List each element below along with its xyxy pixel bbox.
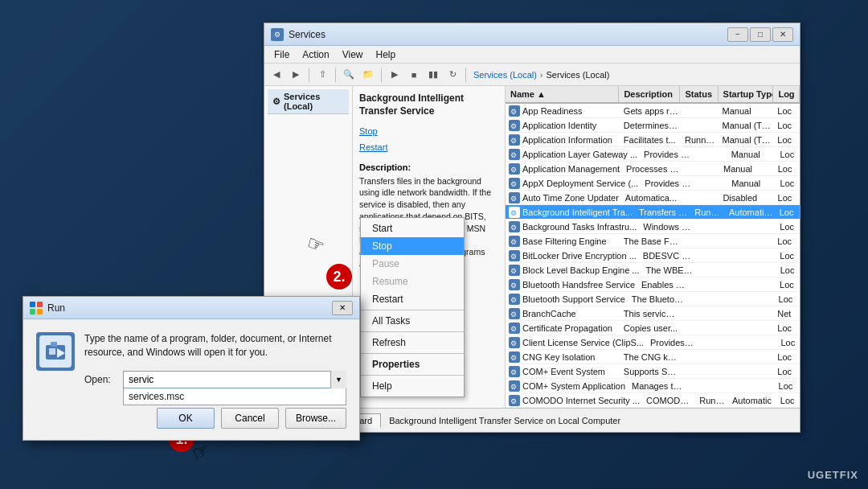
service-desc: Determines ... (620, 121, 682, 130)
context-menu-item-properties[interactable]: Properties (361, 355, 464, 373)
run-close-button[interactable]: ✕ (332, 301, 353, 315)
service-name: Application Management (522, 164, 620, 174)
service-desc: Provides inf... (641, 179, 695, 188)
service-row[interactable]: ⚙ Block Level Backup Engine ... The WBEN… (506, 263, 800, 277)
maximize-button[interactable]: □ (750, 27, 771, 42)
folder-button[interactable]: 📁 (359, 66, 377, 84)
service-desc: Provides su... (641, 150, 694, 159)
service-row[interactable]: ⚙ BranchCache This service ... Net (506, 306, 800, 321)
run-cancel-button[interactable]: Cancel (221, 408, 279, 429)
menu-action[interactable]: Action (296, 47, 335, 62)
autocomplete-dropdown: services.msc (123, 388, 346, 405)
restart-service-link[interactable]: Restart (359, 140, 498, 156)
service-row[interactable]: ⚙ CNG Key Isolation The CNG ke... Loc (506, 350, 800, 364)
context-menu-item-refresh[interactable]: Refresh (361, 334, 464, 351)
service-row[interactable]: ⚙ Background Tasks Infrastru... Windows … (506, 220, 800, 234)
run-ok-button[interactable]: OK (157, 408, 215, 429)
service-desc: Copies user... (620, 323, 682, 333)
service-row[interactable]: ⚙ COM+ Event System Supports Sy... Loc (506, 364, 800, 379)
service-row[interactable]: ⚙ Application Management Processes in...… (506, 162, 800, 176)
service-row[interactable]: ⚙ Background Intelligent Tra... Transfer… (506, 205, 800, 220)
autocomplete-item-0[interactable]: services.msc (124, 388, 346, 405)
restart-button[interactable]: ↻ (444, 66, 461, 84)
service-log: Loc (774, 367, 800, 376)
context-menu: StartStopPauseResumeRestartAll TasksRefr… (360, 217, 465, 397)
svg-text:⚙: ⚙ (510, 137, 517, 145)
service-startup: Manual (720, 164, 775, 174)
service-log: Loc (776, 222, 800, 232)
stop-button[interactable]: ■ (405, 66, 423, 84)
service-row[interactable]: ⚙ App Readiness Gets apps re... Manual L… (506, 104, 800, 118)
service-row[interactable]: ⚙ Application Identity Determines ... Ma… (506, 118, 800, 133)
service-startup: Manual (728, 150, 777, 159)
context-menu-item-help[interactable]: Help (361, 377, 464, 395)
service-row[interactable]: ⚙ BitLocker Drive Encryption ... BDESVC … (506, 249, 800, 263)
context-menu-item-restart[interactable]: Restart (361, 290, 464, 308)
run-description: Type the name of a program, folder, docu… (84, 332, 346, 360)
back-button[interactable]: ◀ (268, 66, 285, 84)
service-row[interactable]: ⚙ Application Layer Gateway ... Provides… (506, 147, 800, 162)
svg-text:⚙: ⚙ (510, 224, 517, 232)
svg-text:⚙: ⚙ (510, 209, 517, 217)
window-controls: − □ ✕ (727, 27, 793, 42)
run-dropdown-button[interactable]: ▼ (330, 371, 346, 388)
service-row[interactable]: ⚙ Auto Time Zone Updater Automatica... D… (506, 191, 800, 205)
service-row[interactable]: ⚙ Certificate Propagation Copies user...… (506, 321, 800, 335)
search-button[interactable]: 🔍 (340, 66, 358, 84)
service-log: Loc (774, 106, 800, 116)
service-row[interactable]: ⚙ COM+ System Application Manages th... … (506, 379, 800, 393)
service-row[interactable]: ⚙ Application Information Facilitates t.… (506, 133, 800, 147)
service-row[interactable]: ⚙ Bluetooth Handsfree Service Enables wi… (506, 277, 800, 292)
context-menu-item-all-tasks[interactable]: All Tasks (361, 312, 464, 330)
svg-rect-42 (30, 302, 35, 307)
service-row[interactable]: ⚙ Client License Service (ClipS... Provi… (506, 335, 800, 350)
service-status: Running (682, 135, 719, 145)
service-row[interactable]: ⚙ Base Filtering Engine The Base Fil... … (506, 234, 800, 249)
svg-text:⚙: ⚙ (510, 253, 517, 261)
context-menu-item-start[interactable]: Start (361, 220, 464, 237)
services-title-icon: ⚙ (271, 28, 284, 41)
service-desc: The WBENG... (643, 265, 696, 275)
svg-text:⚙: ⚙ (510, 195, 517, 203)
run-browse-button[interactable]: Browse... (285, 408, 346, 429)
svg-text:⚙: ⚙ (510, 310, 517, 318)
toolbar-separator-4 (465, 68, 466, 82)
menu-view[interactable]: View (336, 47, 370, 62)
close-button[interactable]: ✕ (772, 27, 793, 42)
service-name: Application Information (522, 135, 612, 145)
breadcrumb-left[interactable]: Services (Local) (473, 70, 537, 80)
col-desc-header[interactable]: Description (619, 86, 680, 102)
service-row[interactable]: ⚙ AppX Deployment Service (... Provides … (506, 176, 800, 191)
service-log: Loc (774, 352, 800, 362)
service-desc: Provides inf... (647, 338, 698, 347)
pause-button[interactable]: ▮▮ (424, 66, 442, 84)
col-startup-header[interactable]: Startup Type (719, 86, 774, 102)
col-name-header[interactable]: Name ▲ (506, 86, 619, 102)
menu-help[interactable]: Help (370, 47, 403, 62)
run-input[interactable] (123, 371, 346, 388)
col-log-header[interactable]: Log (773, 86, 800, 102)
context-menu-item-resume: Resume (361, 273, 464, 290)
context-menu-item-pause: Pause (361, 255, 464, 273)
svg-text:⚙: ⚙ (510, 238, 517, 246)
menu-file[interactable]: File (268, 47, 296, 62)
up-button[interactable]: ⇧ (313, 66, 331, 84)
detail-desc-title: Description: (359, 162, 498, 172)
service-startup: Manual (728, 179, 776, 188)
minimize-button[interactable]: − (727, 27, 748, 42)
service-name: Application Identity (522, 121, 596, 130)
col-status-header[interactable]: Status (680, 86, 718, 102)
service-row[interactable]: ⚙ Bluetooth Support Service The Bluetoo.… (506, 292, 800, 306)
service-desc: Manages th... (628, 381, 687, 391)
svg-text:⚙: ⚙ (510, 122, 517, 130)
stop-service-link[interactable]: Stop (359, 124, 498, 140)
context-menu-item-stop[interactable]: Stop (361, 237, 464, 255)
service-rows-container: ⚙ App Readiness Gets apps re... Manual L… (506, 104, 800, 408)
services-titlebar: ⚙ Services − □ ✕ (264, 23, 800, 46)
service-row[interactable]: ⚙ COMODO Internet Security ... COMODO I.… (506, 393, 800, 408)
play-button[interactable]: ▶ (386, 66, 403, 84)
forward-button[interactable]: ▶ (287, 66, 305, 84)
service-desc: Windows in... (640, 222, 694, 232)
service-startup: Manual (719, 106, 775, 116)
services-list: Name ▲ Description Status Startup Type L… (506, 86, 800, 408)
